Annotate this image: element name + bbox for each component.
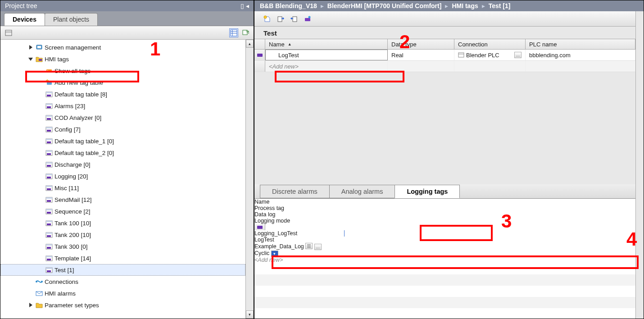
svg-rect-41 [46,197,52,199]
add-new-row[interactable]: <Add new> [254,257,635,263]
bcell-name[interactable]: Logging_LogTest [254,230,345,237]
cell-name[interactable]: LogTest [265,50,388,60]
dock-icon[interactable]: ▯ [240,2,244,9]
tree-item-alarms-23[interactable]: Alarms [23] [0,100,245,112]
list-icon[interactable] [305,243,313,249]
tree-item-hmi-tags[interactable]: HMI tags [0,53,245,65]
dropdown-icon[interactable]: ▾ [271,251,278,257]
crumb-project[interactable]: B&B Blending_V18 [260,2,317,9]
svg-rect-20 [46,115,52,117]
export-icon[interactable] [241,28,250,37]
cell-connection[interactable]: Blender PLC … [454,50,526,60]
tree-item-tank-100-10[interactable]: Tank 100 [10] [0,217,245,229]
bcell-datalog[interactable]: Example_Data_Log … [254,243,343,250]
tree-item-test-1[interactable]: Test [1] [0,264,245,276]
tag-browse-icon[interactable] [303,14,312,23]
scroll-down-icon[interactable]: ▾ [246,310,254,319]
cell-datatype[interactable]: Real [388,50,454,60]
tree-item-sendmail-12[interactable]: SendMail [12] [0,194,245,205]
tree-item-label: Logging [20] [54,173,88,180]
tagtable-icon [45,196,53,203]
tree-item-discharge-0[interactable]: Discharge [0] [0,159,245,170]
tree-item-parameter-set-types[interactable]: Parameter set types [0,299,245,311]
tree-item-sequence-2[interactable]: Sequence [2] [0,205,245,217]
tree-item-show-all-tags[interactable]: Show all tags [0,65,245,77]
bcol-datalog[interactable]: Data log [254,211,343,218]
tree-item-config-7[interactable]: Config [7] [0,123,245,135]
table-row[interactable]: LogTest Real Blender PLC … bbblending.co… [254,50,635,61]
expander-icon[interactable] [28,302,34,308]
crumb-table[interactable]: Test [1] [489,2,511,9]
import-icon[interactable] [290,14,299,23]
tree-item-default-tag-table-1-0[interactable]: Default tag table_1 [0] [0,135,245,147]
main-toolbar [254,11,635,27]
crumb-device[interactable]: BlenderHMI [MTP700 Unified Comfort] [327,2,442,9]
tree-item-default-tag-table-8[interactable]: Default tag table [8] [0,88,245,100]
svg-rect-0 [5,30,12,36]
toggle-view-icon[interactable] [4,28,13,37]
tree-item-template-14[interactable]: Template [14] [0,252,245,264]
tagtable-icon [45,114,53,121]
svg-rect-8 [37,46,41,48]
col-datatype[interactable]: Data type [388,39,454,49]
svg-rect-23 [46,127,52,128]
export-right-icon[interactable] [276,14,285,23]
bcell-loggingmode[interactable]: Cyclic ▾ [254,250,635,257]
tab-logging-tags[interactable]: Logging tags [395,185,460,198]
tree-item-default-tag-table-2-0[interactable]: Default tag table_2 [0] [0,147,245,159]
tree-item-cod-analyzer-0[interactable]: COD Analyzer [0] [0,112,245,123]
tree-item-logging-20[interactable]: Logging [20] [0,170,245,182]
svg-rect-48 [47,223,51,225]
tab-plant-objects[interactable]: Plant objects [45,13,98,26]
svg-rect-53 [46,244,52,246]
tree-scrollbar[interactable]: ▴ ▾ [245,40,254,319]
svg-rect-9 [39,59,42,61]
bcell-processtag[interactable]: LogTest [254,237,345,243]
tree-item-tank-300-0[interactable]: Tank 300 [0] [0,241,245,252]
tree-item-misc-11[interactable]: Misc [11] [0,182,245,194]
tagtable-icon [45,102,53,109]
svg-rect-32 [46,162,52,164]
svg-rect-72 [257,226,263,229]
svg-rect-39 [47,188,51,190]
svg-rect-14 [46,92,52,93]
tree-item-hmi-alarms[interactable]: HMI alarms [0,287,245,299]
tagtable-icon [45,231,53,238]
grid-view-icon[interactable] [229,28,238,37]
bcol-name[interactable]: Name [254,199,345,205]
bottom-grid[interactable]: Name Process tag Data log Logging mode L… [254,199,635,319]
tab-devices[interactable]: Devices [4,13,45,26]
col-name[interactable]: Name▲ [265,39,388,49]
tab-discrete-alarms[interactable]: Discrete alarms [260,185,330,198]
bcol-loggingmode[interactable]: Logging mode [254,218,635,224]
tree-item-add-new-tag-table[interactable]: Add new tag table [0,77,245,88]
cell-plcname[interactable]: bbblending.com [526,50,635,60]
annotation-4: 4 [626,228,637,250]
project-tree[interactable]: Screen managementHMI tagsShow all tagsAd… [0,40,245,319]
svg-rect-56 [46,256,52,257]
tree-item-screen-management[interactable]: Screen management [0,41,245,53]
new-icon[interactable] [263,14,272,23]
add-new-row[interactable]: <Add new> [254,61,635,72]
table-row[interactable]: Logging_LogTest LogTest Example_Data_Log… [254,224,635,257]
svg-rect-47 [46,221,52,222]
crumb-tags[interactable]: HMI tags [452,2,478,9]
bcol-processtag[interactable]: Process tag [254,205,345,211]
folder-tags-icon [36,55,43,63]
expander-icon[interactable] [28,45,34,50]
tree-item-tank-200-10[interactable]: Tank 200 [10] [0,229,245,241]
top-grid[interactable]: Name▲ Data type Connection PLC name [254,39,635,72]
tab-analog-alarms[interactable]: Analog alarms [329,185,395,198]
browse-connection-icon[interactable]: … [514,52,522,58]
svg-rect-35 [46,174,52,175]
right-scrollbar[interactable] [635,11,644,319]
collapse-icon[interactable]: ◂ [246,2,249,9]
svg-rect-44 [46,209,52,210]
browse-datalog-icon[interactable]: … [314,244,322,250]
col-connection[interactable]: Connection [454,39,526,49]
tree-item-connections[interactable]: Connections [0,276,245,287]
tagtable-icon [45,255,53,262]
scroll-up-icon[interactable]: ▴ [246,40,254,48]
expander-icon[interactable] [28,56,34,62]
col-plcname[interactable]: PLC name [526,39,635,49]
